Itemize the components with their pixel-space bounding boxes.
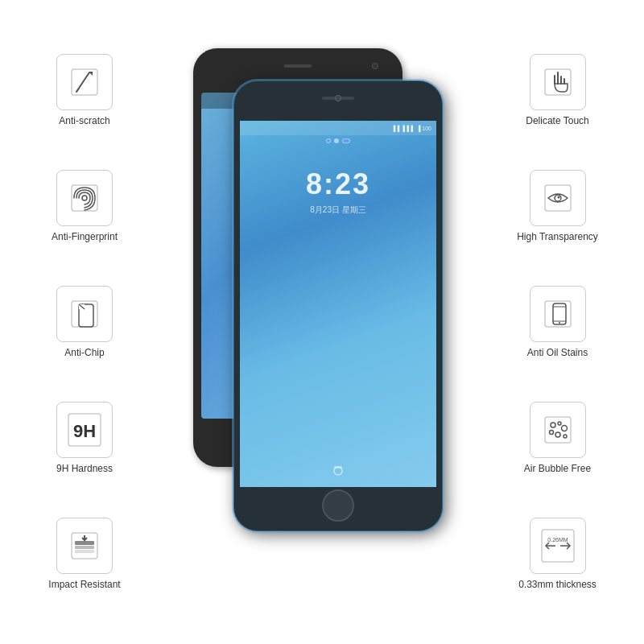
feature-9h-hardness: 9H 9H Hardness	[16, 402, 153, 474]
anti-scratch-label: Anti-scratch	[59, 115, 109, 126]
svg-text:9H: 9H	[73, 421, 96, 441]
eye-icon	[540, 180, 576, 216]
svg-point-29	[561, 426, 567, 431]
phone-area: ▌▌ ▌▌▌ 100 ▌▌ ▌▌▌ ▐ 100	[169, 32, 475, 612]
feature-thickness: 0.26MM 0.33mm thickness	[487, 518, 628, 590]
chip-icon	[67, 296, 102, 332]
svg-point-20	[557, 196, 559, 199]
svg-point-28	[558, 422, 561, 425]
anti-scratch-icon-box	[56, 54, 113, 110]
feature-anti-oil: Anti Oil Stains	[487, 286, 628, 358]
svg-point-30	[549, 431, 553, 435]
touch-icon	[540, 64, 576, 100]
9h-icon-box: 9H	[56, 402, 113, 458]
delicate-touch-icon-box	[530, 54, 586, 110]
features-left: Anti-scratch Anti-Fingerprint	[16, 0, 153, 644]
scratch-icon	[67, 64, 102, 100]
feature-air-bubble: Air Bubble Free	[487, 402, 628, 474]
svg-rect-0	[72, 69, 97, 95]
anti-chip-icon-box	[56, 286, 113, 342]
oil-icon	[540, 296, 576, 332]
main-container: Anti-scratch Anti-Fingerprint	[0, 0, 644, 644]
anti-oil-label: Anti Oil Stains	[527, 347, 588, 358]
feature-high-transparency: High Transparency	[487, 170, 628, 242]
svg-rect-21	[545, 301, 571, 327]
thickness-icon: 0.26MM	[538, 526, 578, 566]
air-bubble-icon-box	[530, 402, 586, 458]
svg-point-32	[564, 435, 567, 438]
air-bubble-label: Air Bubble Free	[524, 463, 591, 474]
anti-chip-label: Anti-Chip	[64, 347, 104, 358]
features-right: Delicate Touch High Transparency	[487, 0, 628, 644]
bubble-icon	[540, 412, 576, 448]
svg-rect-5	[72, 185, 97, 211]
high-transparency-icon-box	[530, 170, 586, 226]
svg-point-27	[551, 423, 555, 427]
9h-hardness-label: 9H Hardness	[56, 463, 113, 474]
impact-resistant-icon-box	[56, 518, 113, 574]
anti-fingerprint-label: Anti-Fingerprint	[52, 231, 118, 242]
svg-rect-14	[75, 550, 94, 553]
thickness-label: 0.33mm thickness	[518, 579, 597, 590]
svg-text:0.26MM: 0.26MM	[547, 537, 568, 543]
impact-resistant-label: Impact Resistant	[48, 579, 120, 590]
thickness-icon-box: 0.26MM	[530, 518, 586, 574]
anti-oil-icon-box	[530, 286, 586, 342]
back-camera	[372, 63, 378, 69]
high-transparency-label: High Transparency	[517, 231, 598, 242]
feature-impact-resistant: Impact Resistant	[16, 518, 153, 590]
feature-anti-scratch: Anti-scratch	[16, 54, 153, 126]
phone-front: ▌▌ ▌▌▌ ▐ 100 8:23 8月23日 星期三	[233, 80, 443, 531]
impact-icon	[67, 528, 102, 564]
fingerprint-icon	[67, 180, 102, 216]
feature-anti-fingerprint: Anti-Fingerprint	[16, 170, 153, 242]
delicate-touch-label: Delicate Touch	[526, 115, 589, 126]
svg-rect-13	[75, 546, 94, 549]
anti-fingerprint-icon-box	[56, 170, 113, 226]
svg-point-6	[82, 196, 87, 200]
9h-hardness-icon: 9H	[64, 410, 105, 450]
svg-marker-4	[89, 72, 93, 76]
svg-point-31	[555, 432, 560, 437]
screen-protector	[232, 79, 444, 533]
feature-delicate-touch: Delicate Touch	[487, 54, 628, 126]
back-speaker	[284, 64, 312, 68]
svg-point-25	[559, 322, 560, 324]
feature-anti-chip: Anti-Chip	[16, 286, 153, 358]
svg-rect-12	[75, 541, 94, 545]
